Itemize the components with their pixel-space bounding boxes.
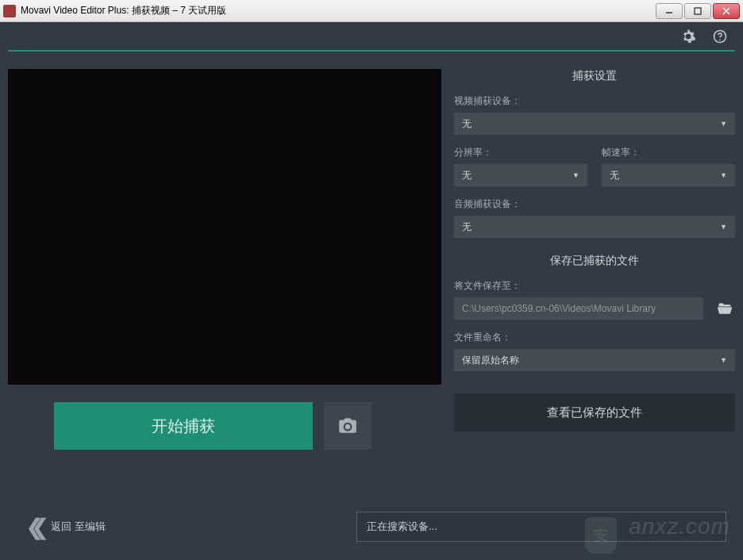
maximize-button[interactable]: [684, 3, 711, 19]
app-icon: [3, 5, 16, 17]
chevron-down-icon: ▼: [720, 171, 727, 179]
rename-select[interactable]: 保留原始名称 ▼: [454, 349, 735, 371]
back-to-editor-button[interactable]: ❮❮ 返回 至编辑: [25, 502, 157, 551]
window-title: Movavi Video Editor Plus: 捕获视频 – 7 天试用版: [21, 4, 656, 17]
folder-icon: [717, 301, 733, 316]
chevron-down-icon: ▼: [720, 120, 727, 128]
left-pane: 开始捕获: [8, 69, 441, 552]
chevron-down-icon: ▼: [572, 171, 579, 179]
app-body: 开始捕获 捕获设置 视频捕获设备： 无 ▼ 分辨率： 无: [0, 22, 743, 560]
camera-icon: [337, 416, 358, 436]
video-device-select[interactable]: 无 ▼: [454, 113, 735, 135]
minimize-button[interactable]: [656, 3, 683, 19]
browse-folder-button[interactable]: [714, 297, 735, 320]
close-button[interactable]: [713, 3, 740, 19]
audio-device-value: 无: [462, 221, 472, 234]
save-path-value: C:\Users\pc0359.cn-06\Videos\Movavi Libr…: [462, 303, 656, 314]
app-topbar: [8, 22, 735, 50]
rename-label: 文件重命名：: [454, 331, 735, 344]
chevron-down-icon: ▼: [720, 223, 727, 231]
status-bar: 正在搜索设备...: [356, 512, 726, 542]
resolution-select[interactable]: 无 ▼: [454, 164, 587, 186]
fps-select[interactable]: 无 ▼: [602, 164, 735, 186]
video-preview: [8, 69, 441, 385]
snapshot-button[interactable]: [324, 402, 372, 450]
video-device-value: 无: [462, 117, 472, 131]
svg-point-5: [719, 39, 721, 40]
start-capture-label: 开始捕获: [152, 416, 215, 437]
video-device-label: 视频捕获设备：: [454, 94, 735, 108]
help-icon[interactable]: [711, 28, 729, 45]
start-capture-button[interactable]: 开始捕获: [54, 402, 313, 450]
resolution-label: 分辨率：: [454, 146, 587, 159]
svg-rect-1: [695, 8, 701, 14]
back-label: 返回 至编辑: [51, 520, 106, 534]
rename-value: 保留原始名称: [462, 354, 519, 367]
right-pane: 捕获设置 视频捕获设备： 无 ▼ 分辨率： 无 ▼ 帧速率： 无: [454, 69, 735, 552]
chevron-down-icon: ▼: [720, 356, 727, 364]
audio-device-label: 音频捕获设备：: [454, 198, 735, 211]
view-saved-button[interactable]: 查看已保存的文件: [454, 393, 735, 432]
save-path-field[interactable]: C:\Users\pc0359.cn-06\Videos\Movavi Libr…: [454, 297, 703, 320]
view-saved-label: 查看已保存的文件: [547, 405, 642, 420]
titlebar: Movavi Video Editor Plus: 捕获视频 – 7 天试用版: [0, 0, 743, 22]
audio-device-select[interactable]: 无 ▼: [454, 216, 735, 238]
status-text: 正在搜索设备...: [367, 520, 437, 534]
chevron-left-double-icon: ❮❮: [25, 514, 37, 540]
gear-icon[interactable]: [679, 28, 697, 45]
save-section-title: 保存已捕获的文件: [454, 254, 735, 268]
capture-section-title: 捕获设置: [454, 69, 735, 83]
fps-label: 帧速率：: [602, 146, 735, 159]
fps-value: 无: [610, 169, 619, 182]
save-to-label: 将文件保存至：: [454, 279, 735, 293]
resolution-value: 无: [462, 169, 472, 182]
